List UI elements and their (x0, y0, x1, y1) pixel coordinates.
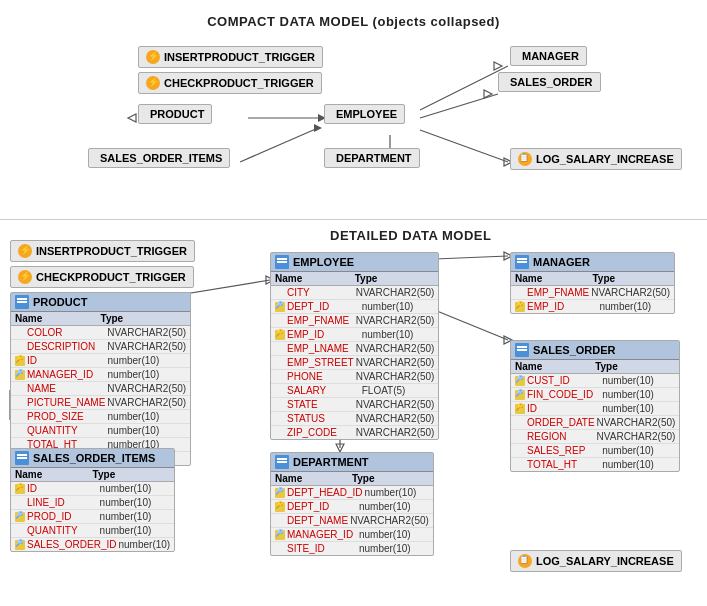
table-row: IDnumber(10) (11, 482, 174, 496)
row-icon (515, 418, 525, 428)
table-row: DEPT_NAMENVARCHAR2(50) (271, 514, 433, 528)
sales-order-label: SALES_ORDER (533, 344, 616, 356)
svg-line-6 (240, 128, 318, 162)
table-row: EMP_IDnumber(10) (511, 300, 674, 313)
row-icon (15, 384, 25, 394)
row-icon (275, 516, 285, 526)
svg-marker-10 (494, 62, 502, 70)
detailed-section: DETAILED DATA MODEL INSERTPRODUCT_TRIGGE… (0, 220, 707, 606)
table-row: CUST_IDnumber(10) (511, 374, 679, 388)
compact-employee-label: EMPLOYEE (336, 108, 397, 120)
detailed-title: DETAILED DATA MODEL (330, 228, 491, 243)
detailed-check-label: CHECKPRODUCT_TRIGGER (36, 271, 186, 283)
compact-product-label: PRODUCT (150, 108, 204, 120)
row-icon (15, 398, 25, 408)
compact-sales-items: SALES_ORDER_ITEMS (88, 148, 230, 168)
manager-table: MANAGER NameType EMP_FNAMENVARCHAR2(50) … (510, 252, 675, 314)
row-icon (15, 412, 25, 422)
sales-order-header: SALES_ORDER (511, 341, 679, 360)
compact-sales-order-label: SALES_ORDER (510, 76, 593, 88)
table-row: MANAGER_IDnumber(10) (271, 528, 433, 542)
manager-col-headers: NameType (511, 272, 674, 286)
row-icon (275, 428, 285, 438)
log-icon (518, 152, 532, 166)
table-row: NAMENVARCHAR2(50) (11, 382, 190, 396)
compact-log: LOG_SALARY_INCREASE (510, 148, 682, 170)
svg-marker-11 (484, 90, 492, 98)
table-row: IDnumber(10) (511, 402, 679, 416)
detailed-check-trigger: CHECKPRODUCT_TRIGGER (10, 266, 194, 288)
svg-marker-7 (314, 124, 322, 132)
table-row: EMP_STREETNVARCHAR2(50) (271, 356, 438, 370)
sales-order-table: SALES_ORDER NameType CUST_IDnumber(10) F… (510, 340, 680, 472)
table-row: DEPT_IDnumber(10) (271, 500, 433, 514)
department-table: DEPARTMENT NameType DEPT_HEAD_IDnumber(1… (270, 452, 434, 556)
row-icon (275, 316, 285, 326)
table-row: SALES_ORDER_IDnumber(10) (11, 538, 174, 551)
table-row: FIN_CODE_IDnumber(10) (511, 388, 679, 402)
compact-title: COMPACT DATA MODEL (objects collapsed) (0, 8, 707, 29)
compact-insert-label: INSERTPRODUCT_TRIGGER (164, 51, 315, 63)
trigger-icon (146, 50, 160, 64)
table-row: SALES_REPnumber(10) (511, 444, 679, 458)
table-row: DESCRIPTIONNVARCHAR2(50) (11, 340, 190, 354)
table-row: IDnumber(10) (11, 354, 190, 368)
sales-items-col-headers: NameType (11, 468, 174, 482)
dept-col-headers: NameType (271, 472, 433, 486)
pk-icon (275, 502, 285, 512)
dept-icon (275, 455, 289, 469)
trig-icon-d2 (18, 270, 32, 284)
manager-label: MANAGER (533, 256, 590, 268)
department-header: DEPARTMENT (271, 453, 433, 472)
employee-col-headers: NameType (271, 272, 438, 286)
pk-icon (515, 302, 525, 312)
table-row: PHONENVARCHAR2(50) (271, 370, 438, 384)
pk-icon (15, 356, 25, 366)
table-row: EMP_LNAMENVARCHAR2(50) (271, 342, 438, 356)
sales-items-header: SALES_ORDER_ITEMS (11, 449, 174, 468)
compact-manager: MANAGER (510, 46, 587, 66)
product-table-icon (15, 295, 29, 309)
trigger-icon-2 (146, 76, 160, 90)
sales-items-table: SALES_ORDER_ITEMS NameType IDnumber(10) … (10, 448, 175, 552)
svg-line-12 (420, 130, 508, 162)
table-row: DEPT_IDnumber(10) (271, 300, 438, 314)
table-row: LINE_IDnumber(10) (11, 496, 174, 510)
table-row: STATUSNVARCHAR2(50) (271, 412, 438, 426)
table-row: REGIONNVARCHAR2(50) (511, 430, 679, 444)
row-icon (275, 344, 285, 354)
compact-manager-label: MANAGER (522, 50, 579, 62)
row-icon (275, 544, 285, 554)
compact-sales-items-label: SALES_ORDER_ITEMS (100, 152, 222, 164)
row-icon (275, 414, 285, 424)
table-row: PROD_IDnumber(10) (11, 510, 174, 524)
table-row: QUANTITYnumber(10) (11, 524, 174, 538)
table-row: ZIP_CODENVARCHAR2(50) (271, 426, 438, 439)
sales-items-label: SALES_ORDER_ITEMS (33, 452, 155, 464)
dept-label: DEPARTMENT (293, 456, 369, 468)
compact-product: PRODUCT (138, 104, 212, 124)
detailed-insert-trigger: INSERTPRODUCT_TRIGGER (10, 240, 195, 262)
row-icon (515, 460, 525, 470)
manager-icon (515, 255, 529, 269)
product-table: PRODUCT NameType COLORNVARCHAR2(50) DESC… (10, 292, 191, 466)
log-icon-d (518, 554, 532, 568)
table-row: STATENVARCHAR2(50) (271, 398, 438, 412)
table-row: COLORNVARCHAR2(50) (11, 326, 190, 340)
sales-items-icon (15, 451, 29, 465)
table-row: EMP_IDnumber(10) (271, 328, 438, 342)
fk-icon (275, 530, 285, 540)
table-row: QUANTITYnumber(10) (11, 424, 190, 438)
employee-table: EMPLOYEE NameType CITYNVARCHAR2(50) DEPT… (270, 252, 439, 440)
svg-marker-19 (336, 444, 344, 452)
row-icon (15, 426, 25, 436)
compact-log-label: LOG_SALARY_INCREASE (536, 153, 674, 165)
log-salary-label: LOG_SALARY_INCREASE (536, 555, 674, 567)
svg-line-3 (420, 94, 498, 118)
row-icon (515, 446, 525, 456)
table-row: SALARYFLOAT(5) (271, 384, 438, 398)
row-icon (515, 288, 525, 298)
compact-sales-order: SALES_ORDER (498, 72, 601, 92)
employee-label: EMPLOYEE (293, 256, 354, 268)
employee-header: EMPLOYEE (271, 253, 438, 272)
